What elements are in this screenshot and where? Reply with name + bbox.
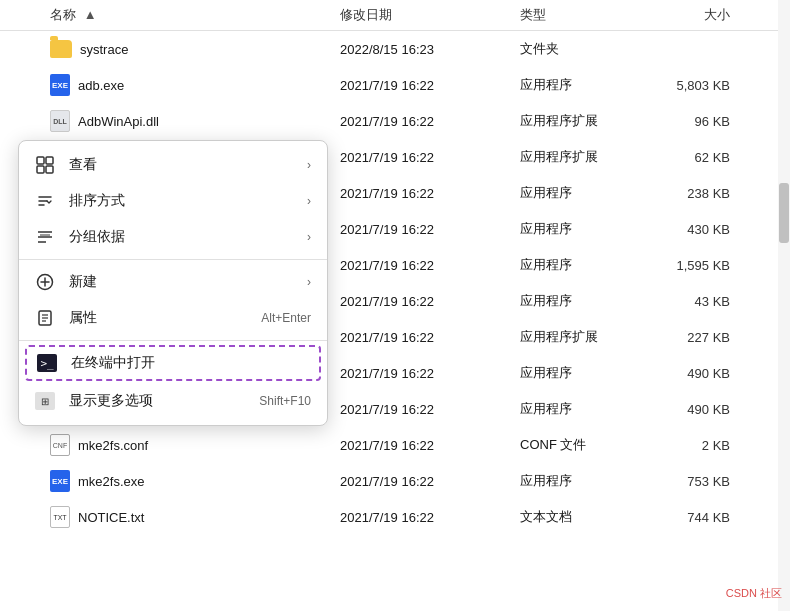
menu-properties-shortcut: Alt+Enter	[261, 311, 311, 325]
file-name-cell: EXEadb.exe	[0, 74, 340, 96]
menu-sort-arrow: ›	[307, 194, 311, 208]
file-date: 2021/7/19 16:22	[340, 78, 520, 93]
table-row[interactable]: TXTNOTICE.txt2021/7/19 16:22文本文档744 KB	[0, 499, 790, 535]
svg-rect-1	[46, 157, 53, 164]
file-name-cell: TXTNOTICE.txt	[0, 506, 340, 528]
file-size: 490 KB	[650, 366, 750, 381]
file-type: 应用程序	[520, 472, 650, 490]
svg-rect-0	[37, 157, 44, 164]
group-icon	[35, 227, 55, 247]
menu-item-view[interactable]: 查看 ›	[19, 147, 327, 183]
svg-rect-3	[46, 166, 53, 173]
file-date: 2021/7/19 16:22	[340, 222, 520, 237]
menu-separator-2	[19, 340, 327, 341]
col-header-name[interactable]: 名称 ▲	[0, 6, 340, 24]
file-type: 应用程序	[520, 220, 650, 238]
file-size: 5,803 KB	[650, 78, 750, 93]
file-type: 应用程序扩展	[520, 328, 650, 346]
table-row[interactable]: DLLAdbWinApi.dll2021/7/19 16:22应用程序扩展96 …	[0, 103, 790, 139]
table-row[interactable]: EXEmke2fs.exe2021/7/19 16:22应用程序753 KB	[0, 463, 790, 499]
file-size: 430 KB	[650, 222, 750, 237]
dll-icon: DLL	[50, 110, 70, 132]
file-size: 490 KB	[650, 402, 750, 417]
context-menu: 查看 › 排序方式 › 分组	[18, 140, 328, 426]
file-date: 2021/7/19 16:22	[340, 186, 520, 201]
file-size: 2 KB	[650, 438, 750, 453]
new-icon	[35, 272, 55, 292]
table-row[interactable]: CNFmke2fs.conf2021/7/19 16:22CONF 文件2 KB	[0, 427, 790, 463]
conf-icon: CNF	[50, 434, 70, 456]
exe-icon: EXE	[50, 470, 70, 492]
file-size: 62 KB	[650, 150, 750, 165]
menu-item-new[interactable]: 新建 ›	[19, 264, 327, 300]
file-type: 文件夹	[520, 40, 650, 58]
sort-arrow-icon: ▲	[84, 7, 97, 22]
col-header-type[interactable]: 类型	[520, 6, 650, 24]
watermark: CSDN 社区	[726, 586, 782, 601]
file-date: 2021/7/19 16:22	[340, 402, 520, 417]
file-type: 文本文档	[520, 508, 650, 526]
file-type: 应用程序扩展	[520, 148, 650, 166]
file-date: 2021/7/19 16:22	[340, 438, 520, 453]
file-type: 应用程序	[520, 256, 650, 274]
file-name-text: NOTICE.txt	[78, 510, 144, 525]
file-date: 2021/7/19 16:22	[340, 366, 520, 381]
file-name-text: AdbWinApi.dll	[78, 114, 159, 129]
menu-new-arrow: ›	[307, 275, 311, 289]
menu-group-label: 分组依据	[69, 228, 293, 246]
col-header-size[interactable]: 大小	[650, 6, 750, 24]
file-date: 2021/7/19 16:22	[340, 294, 520, 309]
menu-view-arrow: ›	[307, 158, 311, 172]
table-row[interactable]: systrace2022/8/15 16:23文件夹	[0, 31, 790, 67]
file-size: 238 KB	[650, 186, 750, 201]
file-date: 2021/7/19 16:22	[340, 330, 520, 345]
file-type: 应用程序	[520, 400, 650, 418]
file-date: 2021/7/19 16:22	[340, 510, 520, 525]
file-size: 96 KB	[650, 114, 750, 129]
terminal-icon: >_	[37, 353, 57, 373]
file-name-cell: DLLAdbWinApi.dll	[0, 110, 340, 132]
scrollbar-track[interactable]	[778, 0, 790, 611]
file-type: 应用程序	[520, 292, 650, 310]
menu-item-properties[interactable]: 属性 Alt+Enter	[19, 300, 327, 336]
menu-item-group[interactable]: 分组依据 ›	[19, 219, 327, 255]
properties-icon	[35, 308, 55, 328]
file-name-cell: EXEmke2fs.exe	[0, 470, 340, 492]
file-size: 227 KB	[650, 330, 750, 345]
file-size: 744 KB	[650, 510, 750, 525]
file-name-text: adb.exe	[78, 78, 124, 93]
menu-separator-1	[19, 259, 327, 260]
folder-icon	[50, 40, 72, 58]
file-explorer: 名称 ▲ 修改日期 类型 大小 systrace2022/8/15 16:23文…	[0, 0, 790, 611]
file-type: 应用程序	[520, 364, 650, 382]
file-size: 1,595 KB	[650, 258, 750, 273]
menu-item-sort[interactable]: 排序方式 ›	[19, 183, 327, 219]
file-type: 应用程序	[520, 184, 650, 202]
sort-icon	[35, 191, 55, 211]
column-headers: 名称 ▲ 修改日期 类型 大小	[0, 0, 790, 31]
file-name-cell: CNFmke2fs.conf	[0, 434, 340, 456]
file-name-text: mke2fs.exe	[78, 474, 144, 489]
scrollbar-thumb[interactable]	[779, 183, 789, 243]
file-date: 2021/7/19 16:22	[340, 150, 520, 165]
exe-icon: EXE	[50, 74, 70, 96]
file-name-text: systrace	[80, 42, 128, 57]
file-type: CONF 文件	[520, 436, 650, 454]
file-date: 2021/7/19 16:22	[340, 114, 520, 129]
grid-icon	[35, 155, 55, 175]
menu-item-terminal[interactable]: >_ 在终端中打开	[25, 345, 321, 381]
table-row[interactable]: EXEadb.exe2021/7/19 16:22应用程序5,803 KB	[0, 67, 790, 103]
file-date: 2021/7/19 16:22	[340, 474, 520, 489]
file-date: 2021/7/19 16:22	[340, 258, 520, 273]
menu-more-label: 显示更多选项	[69, 392, 245, 410]
file-date: 2022/8/15 16:23	[340, 42, 520, 57]
menu-new-label: 新建	[69, 273, 293, 291]
file-size: 753 KB	[650, 474, 750, 489]
file-size: 43 KB	[650, 294, 750, 309]
col-header-date[interactable]: 修改日期	[340, 6, 520, 24]
menu-more-shortcut: Shift+F10	[259, 394, 311, 408]
file-name-text: mke2fs.conf	[78, 438, 148, 453]
menu-item-more[interactable]: ⊞ 显示更多选项 Shift+F10	[19, 383, 327, 419]
file-type: 应用程序	[520, 76, 650, 94]
menu-view-label: 查看	[69, 156, 293, 174]
